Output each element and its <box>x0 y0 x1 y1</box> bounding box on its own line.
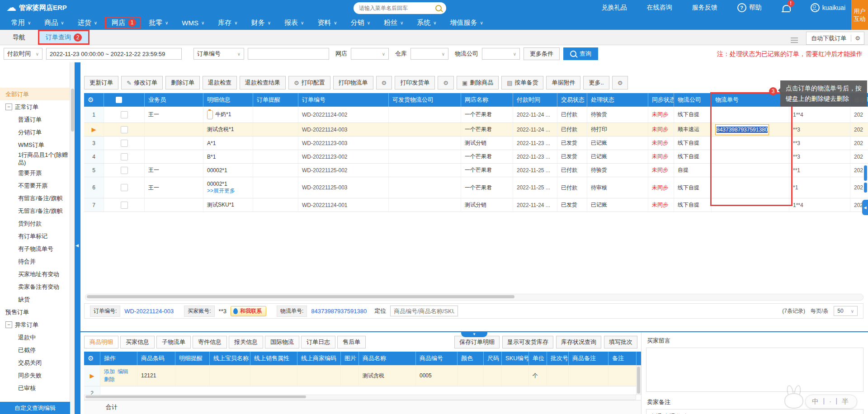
collapse-detail-handle[interactable]: ▼ <box>461 331 487 337</box>
row-checkbox[interactable] <box>121 153 128 160</box>
sidebar-item-已审核[interactable]: 已审核 <box>0 381 75 394</box>
more-conditions-button[interactable]: 更多条件 <box>524 47 560 60</box>
sidebar-item-不需要开票[interactable]: 不需要开票 <box>0 179 75 192</box>
保存订单明细-button[interactable]: 保存订单明细 <box>454 336 500 348</box>
menu-item-系统[interactable]: 系统∨ <box>410 17 443 29</box>
expand-more-link[interactable]: >>展开更多 <box>207 187 235 195</box>
sidebar-item-正常订单[interactable]: −正常订单 <box>0 100 75 113</box>
table-row[interactable]: 4B*1WD-20221123-002一个芒果君2022-11-23 ...已发… <box>84 150 868 164</box>
table-row[interactable]: ▶测试含税*1WD-20221124-003一个芒果君2022-11-24 ..… <box>84 123 868 136</box>
gear-icon[interactable]: ⚙ <box>88 96 94 104</box>
notification-bell[interactable]: ! <box>782 3 791 12</box>
product-grid-vscrollbar-thumb[interactable] <box>637 367 640 394</box>
toolbar-打印配置-button[interactable]: ⚙打印配置 <box>288 76 330 89</box>
row-checkbox[interactable] <box>121 184 128 191</box>
order-field-select[interactable]: 订单编号∨ <box>193 48 244 60</box>
sidebar-item-买家地址有变动[interactable]: 买家地址有变动 <box>0 268 75 280</box>
tab-买家信息[interactable]: 买家信息 <box>120 336 155 348</box>
row-checkbox[interactable] <box>121 140 128 147</box>
menu-item-常用[interactable]: 常用∨ <box>5 17 38 29</box>
menu-item-粉丝[interactable]: 粉丝∨ <box>377 17 410 29</box>
delete-link[interactable]: 删除 <box>104 376 115 382</box>
toolbar-gear-14-button[interactable]: ⚙ <box>612 76 628 89</box>
toolbar-退款检查结果-button[interactable]: 退款检查结果 <box>240 76 286 89</box>
product-row[interactable]: ▶添加编辑删除12121测试含税0005个 <box>84 365 641 386</box>
tracking-number-input[interactable]: 84373987937591380 <box>715 124 769 135</box>
locate-input[interactable] <box>390 306 458 316</box>
product-grid-hscrollbar[interactable] <box>84 395 636 400</box>
sidebar-item-需要开票[interactable]: 需要开票 <box>0 166 75 179</box>
menu-item-网店[interactable]: 网店1 <box>105 17 141 29</box>
toolbar-退款检查-button[interactable]: 退款检查 <box>203 76 237 89</box>
sidebar-item-异常订单[interactable]: −异常订单 <box>0 318 75 331</box>
sidebar-item-卖家备注有变动[interactable]: 卖家备注有变动 <box>0 280 75 293</box>
link-help[interactable]: ? 帮助 <box>737 3 762 12</box>
product-grid-hscrollbar-thumb[interactable] <box>85 395 306 398</box>
toolbar-gear-7-button[interactable]: ⚙ <box>376 76 392 89</box>
sidebar-item-有订单标记[interactable]: 有订单标记 <box>0 230 75 242</box>
sidebar-item-待合并[interactable]: 待合并 <box>0 255 75 268</box>
填写批次-button[interactable]: 填写批次 <box>604 336 637 348</box>
sidebar-scrollbar-thumb[interactable] <box>71 89 74 132</box>
tab-订单日志[interactable]: 订单日志 <box>301 336 335 348</box>
sidebar-item-有子物流单号[interactable]: 有子物流单号 <box>0 242 75 255</box>
sidebar-item-交易关闭[interactable]: 交易关闭 <box>0 356 75 369</box>
sidebar-splitter[interactable]: ◀ <box>75 62 80 414</box>
sidebar-item-分销订单[interactable]: 分销订单 <box>0 126 75 138</box>
grid-horizontal-scrollbar[interactable] <box>85 294 863 301</box>
custom-query-edit-button[interactable]: 自定义查询编辑 <box>0 402 70 414</box>
sidebar-item-普通订单[interactable]: 普通订单 <box>0 113 75 126</box>
auto-download-button[interactable]: 自动下载订单 <box>807 34 851 42</box>
add-link[interactable]: 添加 <box>104 368 115 375</box>
table-row[interactable]: 6王一00002*1>>展开更多WD-20221125-003一个芒果君2022… <box>84 177 868 198</box>
auto-download-settings-gear-icon[interactable]: ⚙ <box>851 35 864 42</box>
row-checkbox[interactable] <box>121 126 128 133</box>
sidebar-item-全部订单[interactable]: 全部订单 <box>0 88 75 100</box>
search-icon[interactable] <box>435 5 442 11</box>
sidebar-item-WMS订单[interactable]: WMS订单 <box>0 138 75 151</box>
tab-报关信息[interactable]: 报关信息 <box>229 336 263 348</box>
contact-me-button[interactable]: 和我联系 <box>231 306 266 316</box>
user-interaction-tab[interactable]: 用户互动 <box>851 0 868 30</box>
table-row[interactable]: 7测试SKU*1WD-20221124-001测试分销2022-11-24 ..… <box>84 198 868 212</box>
tab-寄件信息[interactable]: 寄件信息 <box>193 336 227 348</box>
tab-子物流单[interactable]: 子物流单 <box>156 336 191 348</box>
toolbar-删除商品-button[interactable]: ▣删除商品 <box>457 76 499 89</box>
collapse-left-icon[interactable]: ◀ <box>75 243 79 248</box>
sidebar-item-缺货[interactable]: 缺货 <box>0 293 75 306</box>
row-checkbox[interactable] <box>121 111 128 118</box>
sidebar-item-退款中[interactable]: 退款中 <box>0 331 75 343</box>
menu-item-报表[interactable]: 报表∨ <box>278 17 311 29</box>
toolbar-gear-9-button[interactable]: ⚙ <box>438 76 454 89</box>
select-all-checkbox[interactable] <box>116 97 122 103</box>
sidebar-item-1行商品且1个(除赠品)[interactable]: 1行商品且1个(除赠品) <box>0 151 75 166</box>
sidebar-item-货到付款[interactable]: 货到付款 <box>0 217 75 230</box>
menu-item-资料[interactable]: 资料∨ <box>311 17 344 29</box>
menu-search-box[interactable] <box>354 2 446 14</box>
menu-item-财务[interactable]: 财务∨ <box>245 17 278 29</box>
gear-icon[interactable]: ⚙ <box>88 354 94 362</box>
shop-select[interactable]: ∨ <box>351 48 389 60</box>
table-row[interactable]: 5王一00002*1WD-20221125-002一个芒果君2022-11-25… <box>84 164 868 177</box>
row-checkbox[interactable] <box>121 167 128 174</box>
menu-item-进货[interactable]: 进货∨ <box>71 17 104 29</box>
显示可发货库存-button[interactable]: 显示可发货库存 <box>502 336 553 348</box>
menu-item-批零[interactable]: 批零∨ <box>142 17 175 29</box>
sidebar-item-无留言/备注/旗帜[interactable]: 无留言/备注/旗帜 <box>0 204 75 217</box>
per-page-select[interactable]: 50 ∨ <box>834 306 858 316</box>
grid-vertical-scrollbar-thumb[interactable] <box>864 183 867 193</box>
tab-售后单[interactable]: 售后单 <box>337 336 366 348</box>
menu-search-input[interactable] <box>358 5 435 12</box>
toolbar-单据附件-button[interactable]: 单据附件 <box>546 76 580 89</box>
row-checkbox[interactable] <box>121 202 128 209</box>
menu-item-分销[interactable]: 分销∨ <box>344 17 377 29</box>
link-service-feedback[interactable]: 服务反馈 <box>692 4 717 12</box>
tab-order-query[interactable]: 订单查询 2 <box>38 30 90 45</box>
table-row[interactable]: 3A*1WD-20221123-003测试分销2022-11-23 ...已发货… <box>84 136 868 150</box>
user-menu[interactable]: kuaikuai <box>811 3 845 12</box>
warehouse-select[interactable]: ∨ <box>410 48 448 60</box>
sidebar-item-预售订单[interactable]: 预售订单 <box>0 306 75 318</box>
sidebar-item-同步失败[interactable]: 同步失败 <box>0 369 75 381</box>
collapse-icon[interactable]: − <box>5 104 12 110</box>
edit-link[interactable]: 编辑 <box>118 368 128 375</box>
